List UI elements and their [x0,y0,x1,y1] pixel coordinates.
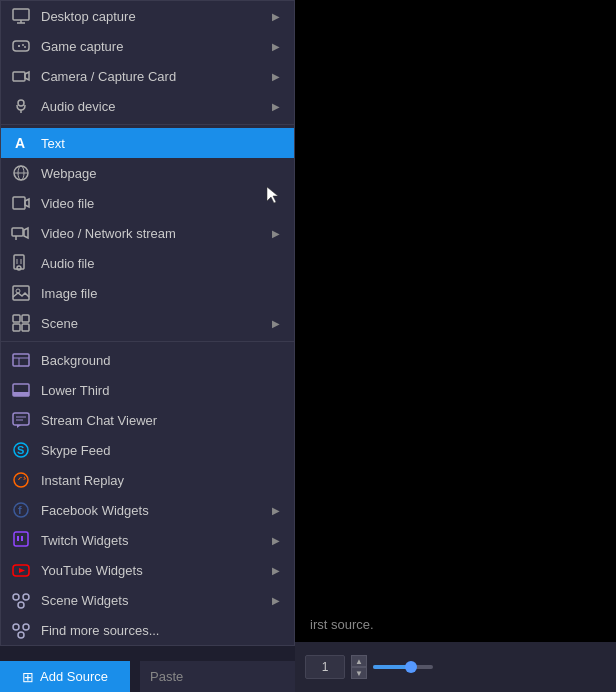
menu-item-find-more[interactable]: Find more sources... [1,615,294,645]
menu-arrow-camera-capture: ▶ [268,68,284,84]
svg-rect-35 [13,413,29,425]
menu-item-video-network[interactable]: Video / Network stream▶ [1,218,294,248]
facebook-widgets-icon: f [11,500,31,520]
menu-arrow-youtube-widgets: ▶ [268,562,284,578]
scene-widgets-icon [11,590,31,610]
video-file-icon [11,193,31,213]
svg-point-10 [18,100,24,106]
menu-item-stream-chat[interactable]: Stream Chat Viewer [1,405,294,435]
bottom-controls: ▲ ▼ [295,642,616,692]
volume-control: ▲ ▼ [305,655,433,679]
menu-item-audio-file[interactable]: Audio file [1,248,294,278]
find-more-icon [11,620,31,640]
menu-label-image-file: Image file [41,286,284,301]
menu-label-scene-widgets: Scene Widgets [41,593,258,608]
svg-text:S: S [17,444,24,456]
arrow-down-button[interactable]: ▼ [351,667,367,679]
scene-icon [11,313,31,333]
svg-point-52 [23,624,29,630]
add-source-label: Add Source [40,669,108,684]
add-source-button[interactable]: ⊞ Add Source [0,661,130,692]
dropdown-menu: Desktop capture▶Game capture▶Camera / Ca… [0,0,295,646]
menu-arrow-facebook-widgets: ▶ [268,502,284,518]
menu-label-stream-chat: Stream Chat Viewer [41,413,284,428]
menu-item-lower-third[interactable]: Lower Third [1,375,294,405]
menu-arrow-game-capture: ▶ [268,38,284,54]
menu-arrow-twitch-widgets: ▶ [268,532,284,548]
menu-label-text: Text [41,136,284,151]
svg-point-6 [22,44,24,46]
volume-slider-track[interactable] [373,665,433,669]
menu-item-game-capture[interactable]: Game capture▶ [1,31,294,61]
menu-label-desktop-capture: Desktop capture [41,9,258,24]
menu-arrow-scene-widgets: ▶ [268,592,284,608]
stream-chat-icon [11,410,31,430]
svg-rect-26 [13,315,20,322]
svg-rect-27 [22,315,29,322]
video-network-icon [11,223,31,243]
menu-item-video-file[interactable]: Video file [1,188,294,218]
lower-third-icon [11,380,31,400]
source-hint: irst source. [310,617,606,632]
menu-label-audio-device: Audio device [41,99,258,114]
skype-feed-icon: S [11,440,31,460]
webpage-icon [11,163,31,183]
menu-item-scene-widgets[interactable]: Scene Widgets▶ [1,585,294,615]
menu-label-youtube-widgets: YouTube Widgets [41,563,258,578]
svg-rect-8 [13,72,25,81]
menu-label-twitch-widgets: Twitch Widgets [41,533,258,548]
menu-label-audio-file: Audio file [41,256,284,271]
menu-item-desktop-capture[interactable]: Desktop capture▶ [1,1,294,31]
menu-item-scene[interactable]: Scene▶ [1,308,294,338]
svg-point-40 [14,473,28,487]
arrow-buttons: ▲ ▼ [351,655,367,679]
menu-arrow-audio-device: ▶ [268,98,284,114]
menu-item-image-file[interactable]: Image file [1,278,294,308]
menu-item-youtube-widgets[interactable]: YouTube Widgets▶ [1,555,294,585]
svg-point-50 [18,602,24,608]
audio-device-icon [11,96,31,116]
svg-rect-16 [13,197,25,209]
menu-arrow-video-network: ▶ [268,225,284,241]
menu-item-webpage[interactable]: Webpage [1,158,294,188]
menu-label-game-capture: Game capture [41,39,258,54]
svg-rect-30 [13,354,29,366]
menu-item-twitch-widgets[interactable]: Twitch Widgets▶ [1,525,294,555]
cursor [265,185,281,205]
menu-item-text[interactable]: AText [1,128,294,158]
menu-separator [1,341,294,342]
menu-item-instant-replay[interactable]: Instant Replay [1,465,294,495]
menu-item-background[interactable]: Background [1,345,294,375]
menu-label-scene: Scene [41,316,258,331]
audio-file-icon [11,253,31,273]
menu-item-audio-device[interactable]: Audio device▶ [1,91,294,121]
app-container: irst source. ▲ ▼ Desktop capture▶Game ca… [0,0,616,692]
svg-point-53 [18,632,24,638]
menu-item-camera-capture[interactable]: Camera / Capture Card▶ [1,61,294,91]
menu-label-video-network: Video / Network stream [41,226,258,241]
menu-label-webpage: Webpage [41,166,284,181]
desktop-capture-icon [11,6,31,26]
svg-text:f: f [18,504,22,516]
svg-rect-18 [12,228,23,236]
svg-rect-24 [13,286,29,300]
svg-point-51 [13,624,19,630]
volume-input[interactable] [305,655,345,679]
svg-point-48 [13,594,19,600]
svg-marker-17 [25,199,29,207]
svg-point-21 [17,266,21,270]
add-source-icon: ⊞ [22,669,34,685]
menu-label-background: Background [41,353,284,368]
menu-label-facebook-widgets: Facebook Widgets [41,503,258,518]
menu-item-skype-feed[interactable]: SSkype Feed [1,435,294,465]
paste-area[interactable]: Paste [140,661,295,692]
menu-arrow-scene: ▶ [268,315,284,331]
menu-separator [1,124,294,125]
arrow-up-button[interactable]: ▲ [351,655,367,667]
svg-point-7 [24,46,26,48]
menu-item-facebook-widgets[interactable]: fFacebook Widgets▶ [1,495,294,525]
image-file-icon [11,283,31,303]
volume-slider-thumb[interactable] [405,661,417,673]
menu-label-instant-replay: Instant Replay [41,473,284,488]
svg-rect-34 [13,392,29,396]
